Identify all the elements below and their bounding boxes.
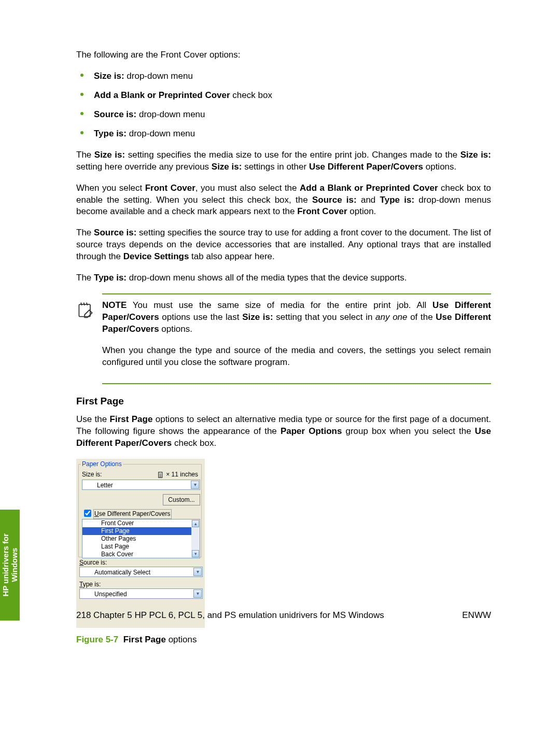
size-is-value: Letter [97,482,113,489]
source-is-value: Automatically Select [94,569,150,576]
list-item-other-pages[interactable]: Other Pages [82,535,200,543]
type-is-value: Unspecified [94,591,127,598]
type-is-label: Type is: [79,580,101,588]
note-block: NOTE You must use the same size of media… [76,293,491,384]
para-type-is: The Type is: drop-down menu shows all of… [76,272,491,284]
para-front-cover: When you select Front Cover, you must al… [76,182,491,218]
scroll-up-icon[interactable]: ▴ [192,520,199,527]
intro-text: The following are the Front Cover option… [76,49,491,61]
type-is-dropdown[interactable]: Unspecified ▾ [79,588,203,599]
front-cover-options-list: Size is: drop-down menu Add a Blank or P… [76,71,491,140]
list-item-front-cover[interactable]: Front Cover [82,519,200,527]
list-item: Size is: drop-down menu [76,71,491,82]
list-item-back-cover[interactable]: Back Cover [82,551,200,558]
first-page-para: Use the First Page options to select an … [76,414,491,449]
paper-options-group: Paper Options Size is: × 11 inches Lette… [78,460,202,557]
list-item: Source is: drop-down menu [76,109,491,121]
para-size-is: The Size is: setting specifies the media… [76,149,491,173]
list-item-first-page[interactable]: First Page [82,527,200,535]
list-item-last-page[interactable]: Last Page [82,543,200,551]
note-para-2: When you change the type and source of t… [102,345,491,369]
note-para-1: NOTE You must use the same size of media… [102,300,491,335]
chevron-down-icon[interactable]: ▾ [193,589,202,598]
custom-button[interactable]: Custom... [163,494,200,505]
chevron-down-icon[interactable]: ▾ [193,568,202,576]
size-is-dropdown[interactable]: Letter ▾ [82,480,200,490]
use-different-paper-label: Use Different Paper/Covers [93,509,172,518]
size-is-label: Size is: [82,470,102,479]
paper-options-figure: Paper Options Size is: × 11 inches Lette… [76,459,205,628]
source-is-dropdown[interactable]: Automatically Select ▾ [79,567,203,577]
size-dimensions: × 11 inches [158,470,198,479]
page-footer: 218 Chapter 5 HP PCL 6, PCL 5, and PS em… [76,610,491,621]
footer-right: ENWW [462,610,491,621]
list-item: Add a Blank or Preprinted Cover check bo… [76,90,491,102]
scroll-down-icon[interactable]: ▾ [192,550,199,557]
chevron-down-icon[interactable]: ▾ [191,481,199,489]
side-tab-label: HP unidrivers for Windows [1,533,19,596]
figure-caption: Figure 5-7 First Page options [76,634,491,646]
note-icon [76,300,102,378]
covers-list[interactable]: Front Cover First Page Other Pages Last … [82,519,200,558]
source-is-label: Source is: [79,558,107,567]
para-source-is: The Source is: setting specifies the sou… [76,227,491,263]
list-item: Type is: drop-down menu [76,128,491,140]
side-tab: HP unidrivers for Windows [0,510,20,621]
use-different-paper-checkbox[interactable] [84,510,91,517]
first-page-heading: First Page [76,395,491,408]
group-legend: Paper Options [81,460,123,468]
dimensions-icon [158,471,165,479]
